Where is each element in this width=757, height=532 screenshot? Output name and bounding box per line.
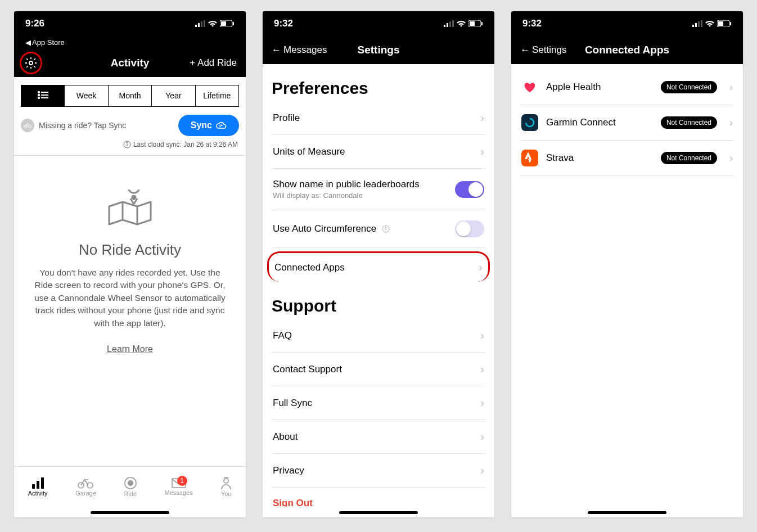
svg-point-21	[132, 196, 136, 199]
seg-month[interactable]: Month	[109, 85, 152, 106]
activity-screen: 9:26 ◀ App Store Activity + Add Ride Wee…	[14, 11, 246, 517]
row-leaderboard[interactable]: Show name in public leaderboards Will di…	[272, 169, 485, 210]
status-badge: Not Connected	[661, 81, 717, 93]
chevron-right-icon: ›	[479, 261, 483, 274]
seg-week[interactable]: Week	[65, 85, 108, 106]
svg-rect-31	[444, 25, 445, 27]
back-to-appstore[interactable]: ◀ App Store	[14, 36, 246, 49]
svg-rect-37	[481, 22, 483, 25]
row-about[interactable]: About›	[272, 420, 485, 454]
toggle-auto-circ[interactable]	[455, 220, 484, 237]
battery-icon	[468, 20, 483, 27]
seg-year[interactable]: Year	[152, 85, 195, 106]
back-button[interactable]: ← Messages	[272, 44, 327, 56]
row-connected-apps-highlighted[interactable]: Connected Apps›	[267, 251, 490, 282]
settings-button-highlighted[interactable]	[20, 52, 42, 74]
nav-bar: Activity + Add Ride	[14, 49, 246, 77]
app-row-garmin[interactable]: Garmin Connect Not Connected ›	[520, 105, 734, 141]
profile-icon	[220, 477, 232, 489]
signal-icon	[444, 20, 454, 27]
bike-icon	[21, 119, 34, 132]
add-ride-button[interactable]: + Add Ride	[190, 57, 237, 69]
clock: 9:26	[25, 18, 44, 29]
app-row-strava[interactable]: Strava Not Connected ›	[520, 141, 734, 176]
svg-rect-0	[195, 25, 197, 27]
tab-messages[interactable]: 1 Messages	[165, 478, 193, 496]
svg-rect-23	[37, 481, 39, 489]
status-badge: Not Connected	[661, 152, 717, 164]
svg-rect-3	[204, 20, 205, 27]
row-contact[interactable]: Contact Support›	[272, 353, 485, 386]
empty-state: No Ride Activity You don't have any ride…	[14, 155, 246, 466]
tab-activity[interactable]: Activity	[28, 477, 48, 497]
toggle-leaderboard[interactable]	[455, 181, 484, 198]
chevron-right-icon: ›	[480, 329, 484, 342]
chevron-right-icon: ›	[729, 152, 733, 164]
status-bar: 9:32	[511, 11, 743, 36]
battery-icon	[220, 20, 235, 27]
unread-badge: 1	[177, 476, 187, 486]
leaderboard-subtext: Will display as: Cannondale	[273, 191, 420, 200]
svg-rect-41	[692, 25, 694, 27]
svg-rect-36	[470, 21, 475, 26]
svg-rect-46	[718, 21, 723, 26]
status-bar: 9:32	[263, 11, 494, 36]
chevron-right-icon: ›	[480, 464, 484, 477]
seg-list[interactable]	[21, 85, 65, 106]
chevron-right-icon: ›	[480, 111, 484, 124]
tab-ride[interactable]: Ride	[124, 477, 137, 497]
chevron-right-icon: ›	[480, 396, 484, 409]
svg-point-8	[38, 92, 39, 93]
gear-icon	[24, 56, 38, 70]
battery-icon	[717, 20, 732, 27]
svg-rect-22	[32, 484, 35, 489]
app-row-apple-health[interactable]: Apple Health Not Connected ›	[520, 70, 734, 105]
garmin-icon	[521, 114, 538, 131]
connected-apps-screen: 9:32 ← Settings Connected Apps Apple Hea…	[511, 11, 743, 517]
svg-point-30	[224, 479, 228, 483]
learn-more-link[interactable]: Learn More	[107, 344, 153, 354]
svg-point-28	[128, 480, 133, 486]
chevron-right-icon: ›	[729, 117, 733, 129]
record-icon	[124, 477, 137, 489]
sync-hint: Missing a ride? Tap Sync	[21, 119, 126, 132]
chevron-right-icon: ›	[480, 363, 484, 376]
app-name: Strava	[546, 152, 653, 164]
tab-you[interactable]: You	[220, 477, 232, 497]
svg-point-7	[29, 61, 33, 65]
row-profile[interactable]: Profile›	[272, 101, 485, 135]
sync-button[interactable]: Sync	[178, 115, 239, 136]
row-faq[interactable]: FAQ›	[272, 319, 485, 353]
svg-point-40	[385, 227, 386, 227]
svg-rect-34	[452, 20, 454, 27]
svg-rect-44	[701, 20, 702, 27]
info-icon[interactable]	[382, 225, 390, 233]
chevron-right-icon: ›	[480, 430, 484, 443]
map-pin-icon	[105, 190, 155, 229]
home-indicator	[339, 511, 418, 514]
row-privacy[interactable]: Privacy›	[272, 454, 485, 488]
row-full-sync[interactable]: Full Sync›	[272, 386, 485, 420]
cloud-icon	[215, 121, 227, 129]
time-range-segments[interactable]: Week Month Year Lifetime	[21, 85, 239, 107]
svg-rect-32	[447, 23, 448, 27]
wifi-icon	[705, 20, 715, 28]
empty-title: No Ride Activity	[31, 241, 229, 259]
back-button[interactable]: ← Settings	[520, 44, 566, 56]
tab-garage[interactable]: Garage	[75, 477, 96, 497]
garage-icon	[77, 477, 94, 489]
svg-point-15	[29, 125, 31, 128]
activity-icon	[31, 477, 44, 489]
app-name: Garmin Connect	[546, 117, 653, 128]
apple-health-icon	[521, 79, 538, 96]
row-auto-circumference[interactable]: Use Auto Circumference	[272, 210, 485, 248]
status-icons	[692, 20, 732, 28]
chevron-right-icon: ›	[729, 82, 733, 93]
row-units[interactable]: Units of Measure›	[272, 135, 485, 169]
home-indicator	[91, 511, 169, 514]
clock: 9:32	[274, 18, 293, 29]
sign-out-button[interactable]: Sign Out	[272, 488, 485, 507]
signal-icon	[195, 20, 205, 27]
svg-rect-24	[41, 477, 44, 489]
seg-lifetime[interactable]: Lifetime	[196, 85, 238, 106]
